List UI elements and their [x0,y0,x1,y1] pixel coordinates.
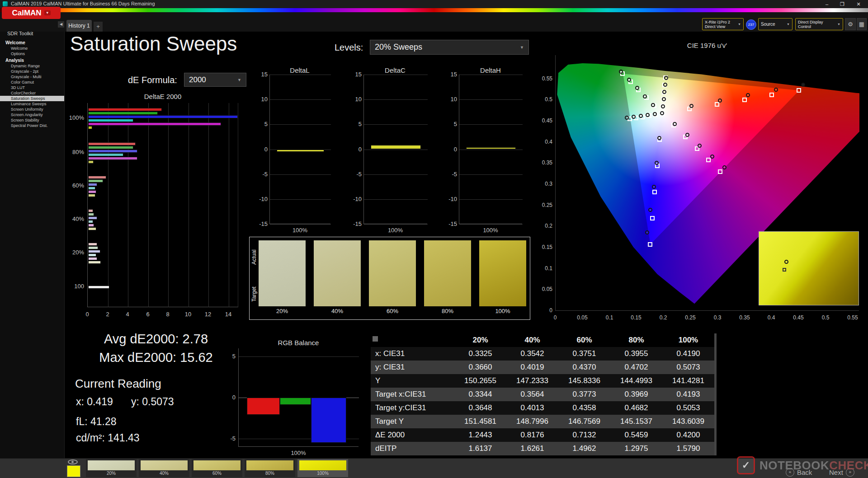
table-cell: 0.5459 [610,428,662,442]
next-button-label: Next [829,469,843,476]
source-dropdown[interactable]: Source ▼ [758,18,793,30]
delta-y-tick: -5 [250,171,268,178]
table-cell: 0.4019 [506,361,558,374]
minimize-button[interactable]: – [819,0,835,8]
table-cell: 144.4993 [610,374,662,388]
table-header-cell: 60% [558,333,610,347]
bottom-tile-20%[interactable]: 20% [86,459,137,477]
de-formula-value: 2000 [189,75,206,84]
chevron-down-icon: ▼ [837,23,840,26]
cie-inset-measurement-marker [784,260,788,264]
sidebar-item-options[interactable]: Options [0,51,64,56]
table-row-label: Target y:CIE31 [371,401,454,415]
sidebar-item-colorchecker[interactable]: ColorChecker [0,90,64,96]
bottom-tile-80%[interactable]: 80% [245,459,295,477]
meter-dropdown[interactable]: X-Rite i1Pro 2Direct View ▼ [702,18,744,30]
gear-icon[interactable]: ⚙ [845,18,856,30]
de2000-bar [88,187,95,190]
table-cell: 0.7132 [558,428,610,442]
table-row: Y150.2655147.2333145.8336144.4993141.428… [371,374,714,388]
bottom-tile-60%[interactable]: 60% [192,459,242,477]
de2000-bar [88,261,101,264]
cie-measurement-marker [619,70,623,74]
de2000-bar [88,150,137,153]
sidebar-item-screen-angularity[interactable]: Screen Angularity [0,112,64,117]
table-cell: 0.5053 [662,401,714,415]
layout-icon[interactable]: ▦ [857,18,867,30]
sidebar-item-dynamic-range[interactable]: Dynamic Range [0,63,64,69]
levels-value: 20% Sweeps [375,42,422,52]
tile-label: 20% [86,471,137,476]
bottom-tile-100%[interactable]: 100% [297,459,348,477]
cie-target-marker [769,93,774,97]
add-tab-button[interactable]: + [94,22,103,32]
deltac-chart-title: DeltaC [357,66,434,74]
back-chevron-icon: « [786,468,794,477]
de-formula-dropdown[interactable]: 2000 ▼ [184,73,246,87]
current-reading-y: y: 0.5073 [131,396,174,408]
delta-y-tick: -10 [439,196,457,202]
gridline [229,103,229,307]
current-reading-fl: fL: 41.28 [76,416,117,428]
cie-x-tick: 0.15 [627,314,645,321]
table-scrollbar[interactable] [714,333,717,455]
sidebar-item-grayscale-2pt[interactable]: Grayscale - 2pt [0,69,64,74]
table-cell: 150.2655 [454,374,506,388]
sidebar-item-luminance-sweeps[interactable]: Luminance Sweeps [0,101,64,107]
table-row: ΔE 20001.24430.81760.71320.54590.4200 [371,428,714,442]
back-button[interactable]: « Back [786,468,812,477]
sidebar-item-3d-lut[interactable]: 3D LUT [0,85,64,90]
levels-dropdown[interactable]: 20% Sweeps ▼ [370,40,529,55]
sidebar-item-color-gamut[interactable]: Color Gamut [0,80,64,85]
sidebar-item-screen-stability[interactable]: Screen Stability [0,117,64,123]
rgb-bar-green [280,398,311,405]
sidebar-item-spectral-power-dist-[interactable]: Spectral Power Dist. [0,123,64,128]
tile-label: 80% [245,471,295,476]
de2000-bar [88,286,109,289]
cie-y-tick: 0.2 [533,223,552,229]
table-corner-icon [373,336,378,342]
sidebar-item-grayscale-multi[interactable]: Grayscale - Multi [0,74,64,80]
cie-y-tick: 0.1 [533,265,552,272]
cie-x-tick: 0.1 [600,314,618,321]
swatch-100% [479,240,526,306]
sidebar-collapse-button[interactable]: ◀ [58,21,64,28]
rgb-y-tick: -5 [219,435,236,442]
cie-y-tick: 0.55 [533,75,552,82]
cie-x-tick: 0.3 [708,314,726,321]
calman-logo-button[interactable]: CalMAN ▼ [2,7,61,19]
swatch-60% [369,240,416,306]
maximize-button[interactable]: ❐ [835,0,850,8]
cie-x-tick: 0.35 [736,314,754,321]
cie-y-tick: 0.15 [533,244,552,250]
bottom-tile-40%[interactable]: 40% [139,459,189,477]
table-row-label: Target Y [371,415,454,428]
display-control-dropdown[interactable]: Direct Display Control ▼ [795,18,843,30]
de2000-bar [88,153,123,156]
window-title: CalMAN 2019 CalMAN Ultimate for Business… [11,1,155,6]
next-button[interactable]: Next » [829,468,854,477]
rgb-x-label: 100% [238,450,359,456]
de2000-x-tick: 12 [201,311,215,318]
current-color-swatch[interactable] [67,465,80,477]
sidebar-item-welcome[interactable]: Welcome [0,46,64,51]
gridline [459,224,523,225]
gridline [364,99,428,100]
close-button[interactable]: ✕ [851,0,866,8]
de2000-group-label: 100 [65,283,84,290]
de2000-group-label: 100% [65,114,84,121]
next-chevron-icon: » [846,468,854,477]
tile-swatch [299,460,346,470]
cie-y-tick: 0.35 [533,159,552,166]
cie-y-tick: 0 [533,307,552,314]
tab-history-1[interactable]: History 1 [66,20,92,32]
meter-reading-badge[interactable]: 237 [746,19,756,30]
sidebar-item-saturation-sweeps[interactable]: Saturation Sweeps [0,96,64,101]
sidebar-item-screen-uniformity[interactable]: Screen Uniformity [0,107,64,112]
gridline [270,75,331,75]
delta-y-tick: 5 [250,121,268,127]
avg-de2000: Avg dE2000: 2.78 [68,330,244,348]
table-cell: 146.7569 [558,415,610,428]
sidebar-group-analysis[interactable]: Analysis [0,56,64,63]
sidebar-group-welcome[interactable]: Welcome [0,39,64,46]
